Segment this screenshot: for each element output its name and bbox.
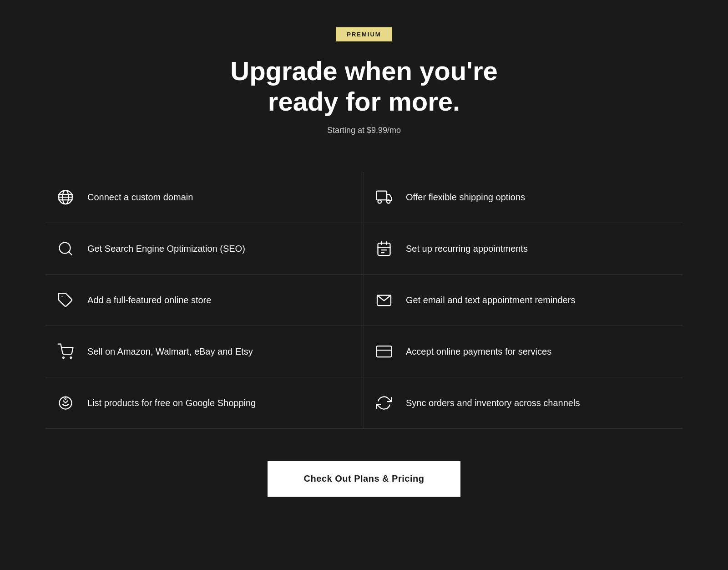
feature-appointments: Set up recurring appointments: [364, 223, 682, 275]
svg-point-9: [71, 357, 72, 358]
svg-rect-13: [377, 191, 387, 200]
feature-custom-domain-text: Connect a custom domain: [87, 191, 193, 203]
cta-button[interactable]: Check Out Plans & Pricing: [268, 461, 461, 497]
page-container: PREMIUM Upgrade when you're ready for mo…: [0, 0, 728, 533]
features-left-column: Connect a custom domain Get Search Engin…: [46, 172, 364, 429]
features-right-column: Offer flexible shipping options Set up r…: [364, 172, 682, 429]
google-shopping-icon: g: [55, 392, 76, 414]
feature-sync-text: Sync orders and inventory across channel…: [406, 397, 580, 409]
credit-card-icon: [373, 341, 395, 362]
feature-seo: Get Search Engine Optimization (SEO): [46, 223, 364, 275]
feature-shipping-text: Offer flexible shipping options: [406, 191, 525, 203]
email-icon: [373, 289, 395, 311]
premium-badge: PREMIUM: [336, 27, 392, 41]
search-icon: [55, 238, 76, 260]
globe-icon: [55, 186, 76, 208]
feature-custom-domain: Connect a custom domain: [46, 172, 364, 223]
cart-icon: [55, 341, 76, 362]
tag-icon: [55, 289, 76, 311]
shipping-icon: [373, 186, 395, 208]
features-grid: Connect a custom domain Get Search Engin…: [46, 172, 682, 429]
feature-payments: Accept online payments for services: [364, 326, 682, 377]
page-subheadline: Starting at $9.99/mo: [327, 126, 401, 135]
feature-reminders-text: Get email and text appointment reminders: [406, 294, 575, 306]
feature-sync: Sync orders and inventory across channel…: [364, 377, 682, 429]
svg-rect-16: [378, 243, 390, 255]
svg-text:g: g: [64, 397, 67, 402]
feature-google-shopping-text: List products for free on Google Shoppin…: [87, 397, 256, 409]
feature-shipping: Offer flexible shipping options: [364, 172, 682, 223]
page-headline: Upgrade when you're ready for more.: [205, 56, 523, 117]
svg-point-8: [63, 357, 64, 358]
svg-line-6: [69, 252, 72, 255]
feature-marketplaces: Sell on Amazon, Walmart, eBay and Etsy: [46, 326, 364, 377]
feature-appointments-text: Set up recurring appointments: [406, 243, 528, 254]
feature-reminders: Get email and text appointment reminders: [364, 275, 682, 326]
feature-online-store: Add a full-featured online store: [46, 275, 364, 326]
feature-google-shopping: g List products for free on Google Shopp…: [46, 377, 364, 429]
feature-online-store-text: Add a full-featured online store: [87, 294, 211, 306]
svg-rect-23: [377, 346, 392, 357]
feature-marketplaces-text: Sell on Amazon, Walmart, eBay and Etsy: [87, 346, 253, 357]
feature-seo-text: Get Search Engine Optimization (SEO): [87, 243, 245, 254]
sync-icon: [373, 392, 395, 414]
svg-point-14: [378, 200, 382, 204]
svg-point-15: [387, 200, 390, 204]
calendar-icon: [373, 238, 395, 260]
feature-payments-text: Accept online payments for services: [406, 346, 551, 357]
